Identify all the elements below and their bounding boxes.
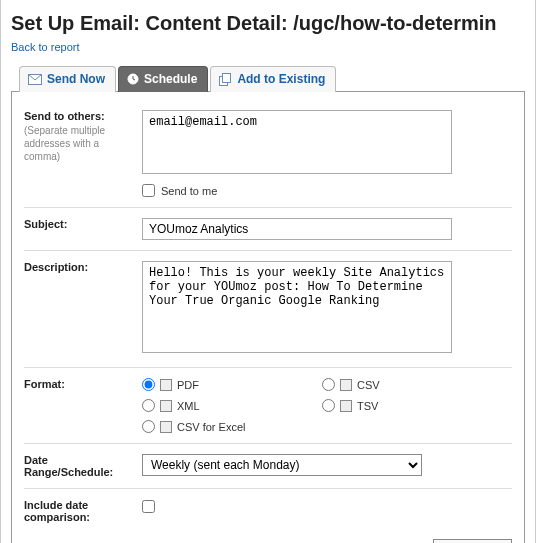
- radio-csv-excel[interactable]: [142, 420, 155, 433]
- back-to-report-link[interactable]: Back to report: [11, 41, 79, 53]
- label-format: Format:: [24, 378, 142, 433]
- mail-icon: [28, 74, 42, 85]
- include-comparison-checkbox[interactable]: [142, 500, 155, 513]
- tab-label: Add to Existing: [237, 72, 325, 86]
- row-schedule: Date Range/Schedule: Weekly (sent each M…: [24, 444, 512, 489]
- tab-add-existing[interactable]: Add to Existing: [210, 66, 336, 92]
- format-tsv[interactable]: TSV: [322, 399, 462, 412]
- copy-icon: [219, 73, 232, 86]
- format-label: CSV: [357, 379, 380, 391]
- radio-pdf[interactable]: [142, 378, 155, 391]
- tab-label: Schedule: [144, 72, 197, 86]
- send-to-me-checkbox[interactable]: [142, 184, 155, 197]
- format-options: PDF CSV XML TSV: [142, 378, 512, 433]
- schedule-select[interactable]: Weekly (sent each Monday): [142, 454, 422, 476]
- label-description: Description:: [24, 261, 142, 357]
- format-label: TSV: [357, 400, 378, 412]
- clock-icon: [127, 73, 139, 85]
- row-include-comparison: Include date comparison:: [24, 489, 512, 533]
- radio-csv[interactable]: [322, 378, 335, 391]
- label-recipients: Send to others: (Separate multiple addre…: [24, 110, 142, 197]
- label-text: Send to others:: [24, 110, 105, 122]
- row-subject: Subject:: [24, 208, 512, 251]
- tab-content: Send to others: (Separate multiple addre…: [11, 91, 525, 543]
- label-hint: (Separate multiple addresses with a comm…: [24, 124, 136, 163]
- label-subject: Subject:: [24, 218, 142, 240]
- format-csv-excel[interactable]: CSV for Excel: [142, 420, 322, 433]
- row-format: Format: PDF CSV: [24, 368, 512, 444]
- tsv-icon: [340, 400, 352, 412]
- footer: Schedule: [24, 539, 512, 543]
- xml-icon: [160, 400, 172, 412]
- description-input[interactable]: Hello! This is your weekly Site Analytic…: [142, 261, 452, 353]
- radio-tsv[interactable]: [322, 399, 335, 412]
- label-comparison: Include date comparison:: [24, 499, 142, 523]
- format-label: CSV for Excel: [177, 421, 245, 433]
- recipients-input[interactable]: email@email.com: [142, 110, 452, 174]
- format-xml[interactable]: XML: [142, 399, 322, 412]
- send-to-me-label: Send to me: [161, 185, 217, 197]
- label-schedule: Date Range/Schedule:: [24, 454, 142, 478]
- schedule-button[interactable]: Schedule: [433, 539, 512, 543]
- csv-icon: [340, 379, 352, 391]
- row-recipients: Send to others: (Separate multiple addre…: [24, 100, 512, 208]
- format-label: XML: [177, 400, 200, 412]
- format-pdf[interactable]: PDF: [142, 378, 322, 391]
- subject-input[interactable]: [142, 218, 452, 240]
- pdf-icon: [160, 379, 172, 391]
- svg-rect-3: [223, 73, 231, 82]
- radio-xml[interactable]: [142, 399, 155, 412]
- format-csv[interactable]: CSV: [322, 378, 462, 391]
- page-title: Set Up Email: Content Detail: /ugc/how-t…: [11, 12, 525, 35]
- csv-excel-icon: [160, 421, 172, 433]
- email-setup-panel: Set Up Email: Content Detail: /ugc/how-t…: [0, 0, 536, 543]
- row-description: Description: Hello! This is your weekly …: [24, 251, 512, 368]
- tab-send-now[interactable]: Send Now: [19, 66, 116, 92]
- tabs: Send Now Schedule Add to Existing: [11, 65, 525, 91]
- tab-schedule[interactable]: Schedule: [118, 66, 208, 92]
- tab-label: Send Now: [47, 72, 105, 86]
- format-label: PDF: [177, 379, 199, 391]
